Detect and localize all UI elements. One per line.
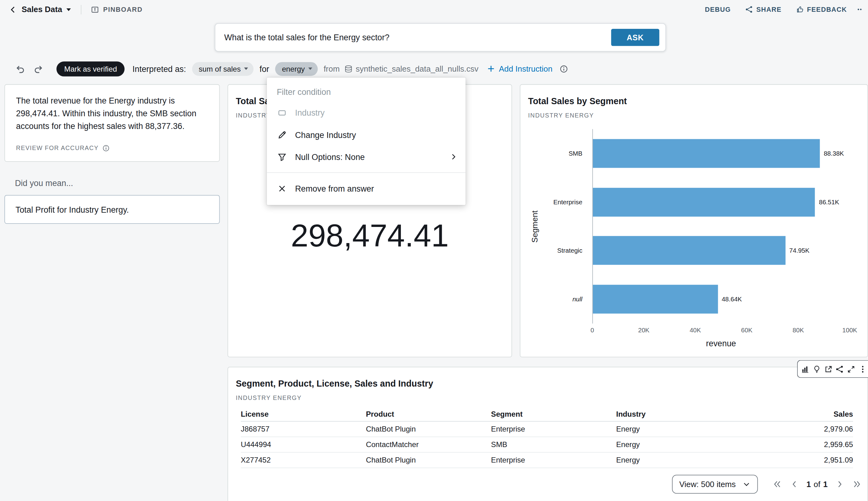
add-instruction-label: Add Instruction [499,64,553,73]
table-cell: Enterprise [491,456,616,465]
top-bar: Sales Data PINBOARD DEBUG SHARE FEEDBACK [0,0,868,19]
table-row[interactable]: U444994 ContactMatcher SMB Energy 2,959.… [241,437,853,452]
insight-icon[interactable] [811,362,823,376]
menu-item-industry: Industry [267,102,465,124]
debug-button[interactable]: DEBUG [705,6,731,13]
current-page: 1 [806,480,811,489]
table-cell: 2,979.06 [741,425,853,434]
ask-button[interactable]: ASK [611,29,659,46]
funnel-icon [277,152,287,161]
bar-chart-card: Total Sales by Segment INDUSTRY ENERGY S… [520,84,868,358]
interpreted-as-label: Interpreted as: [133,64,186,73]
expand-icon[interactable] [845,362,857,376]
share-icon[interactable] [834,362,845,376]
chart-plot-area: 88.38K 86.51K 74.95K 48.64K [592,129,850,323]
total-pages: 1 [823,480,827,489]
menu-item-remove-from-answer[interactable]: Remove from answer [267,177,465,199]
pinboard-button[interactable]: PINBOARD [91,5,143,14]
redo-button[interactable] [32,62,45,75]
back-button[interactable] [6,2,20,17]
table-cell: 2,959.65 [741,440,853,449]
question-bar: ASK [215,23,666,52]
info-icon[interactable] [560,64,568,73]
bar-null[interactable] [593,285,718,314]
bar-smb[interactable] [593,139,820,168]
chart-x-axis-ticks: 0 20K 40K 60K 80K 100K [592,327,850,335]
table-card: Segment, Product, License, Sales and Ind… [227,367,868,501]
column-header[interactable]: Sales [741,410,853,418]
chart-title: Total Sales by Segment [528,96,627,106]
table-cell: Enterprise [491,425,616,434]
table-cell: Energy [616,456,741,465]
menu-item-label: Remove from answer [295,183,374,193]
mark-as-verified-button[interactable]: Mark as verified [56,61,124,76]
filter-context-menu: Filter condition Industry Change Industr… [267,77,465,205]
bar-enterprise[interactable] [593,188,815,216]
view-items-select[interactable]: View: 500 items [672,475,758,493]
menu-item-change-industry[interactable]: Change Industry [267,124,465,146]
info-icon[interactable] [102,145,110,152]
menu-separator [267,172,465,173]
column-header[interactable]: Industry [616,410,741,418]
metric-token-pill[interactable]: sum of sales [192,62,253,76]
more-edge-icon[interactable] [857,6,862,13]
bar-strategic[interactable] [593,236,785,265]
x-tick: 80K [793,327,804,333]
chevron-down-icon [742,480,750,488]
menu-item-null-options[interactable]: Null Options: None [267,146,465,168]
debug-label: DEBUG [705,6,731,13]
thumbs-up-icon [796,6,804,13]
source-file-name[interactable]: synthetic_sales_data_all_nulls.csv [356,64,478,73]
last-page-icon[interactable] [852,479,862,489]
dataset-name[interactable]: Sales Data [22,5,62,14]
feedback-button[interactable]: FEEDBACK [796,6,847,13]
from-label: from [324,64,340,73]
chart-subtitle: INDUSTRY ENERGY [528,112,594,118]
filter-token-pill[interactable]: energy [275,62,318,76]
column-header[interactable]: Product [366,410,491,418]
add-instruction-button[interactable]: Add Instruction [487,64,552,73]
column-header[interactable]: License [241,410,366,418]
did-you-mean-suggestion[interactable]: Total Profit for Industry Energy. [4,195,220,224]
summary-text: The total revenue for the Energy industr… [16,94,208,132]
bar-row: 74.95K [593,226,850,275]
pagination: 1 of 1 [772,476,862,493]
chevron-right-icon [450,153,457,161]
share-label: SHARE [756,6,781,13]
table-cell: Energy [616,440,741,449]
bar-value-label: 88.38K [824,150,844,157]
table-row[interactable]: X277452 ChatBot Plugin Enterprise Energy… [241,452,853,468]
undo-icon [14,64,25,74]
app-window: Sales Data PINBOARD DEBUG SHARE FEEDBACK… [0,0,868,501]
export-icon[interactable] [823,362,834,376]
table-row[interactable]: J868757 ChatBot Plugin Enterprise Energy… [241,422,853,437]
more-icon[interactable] [857,362,868,376]
bar-value-label: 74.95K [789,247,810,254]
page-indicator: 1 of 1 [806,480,827,489]
category-label: Strategic [520,226,587,275]
x-tick: 40K [690,327,701,333]
first-page-icon[interactable] [772,479,782,489]
category-label: null [520,275,587,324]
bar-row: 86.51K [593,178,850,226]
bar-row: 48.64K [593,275,850,324]
table-cell: Energy [616,425,741,434]
question-input[interactable] [224,33,611,42]
table-cell: ContactMatcher [366,440,491,449]
chevron-left-icon [9,6,16,13]
bar-row: 88.38K [593,129,850,178]
x-tick: 20K [638,327,650,333]
chart-category-labels: SMB Enterprise Strategic null [520,129,587,323]
chart-type-icon[interactable] [799,362,811,376]
x-tick: 100K [842,327,857,333]
undo-button[interactable] [13,62,26,75]
kpi-value: 298,474.41 [228,216,512,255]
column-header[interactable]: Segment [491,410,616,418]
next-page-icon[interactable] [835,479,845,489]
redo-icon [33,64,43,74]
visual-toolbar [797,360,868,378]
share-button[interactable]: SHARE [745,6,782,13]
menu-item-label: Change Industry [295,130,356,139]
previous-page-icon[interactable] [789,479,799,489]
chevron-down-icon[interactable] [66,8,72,11]
